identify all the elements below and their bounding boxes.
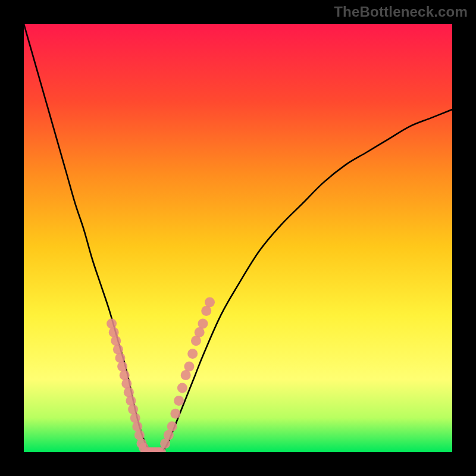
- chart-svg: [24, 24, 452, 452]
- scatter-point: [121, 378, 131, 389]
- scatter-point: [120, 370, 130, 380]
- scatter-point: [167, 421, 177, 431]
- scatter-point: [187, 349, 198, 359]
- scatter-point: [132, 421, 142, 431]
- scatter-point: [117, 362, 127, 372]
- scatter-point: [107, 319, 117, 329]
- scatter-point: [184, 362, 194, 372]
- scatter-point: [111, 336, 121, 346]
- scatter-point: [113, 345, 123, 355]
- scatter-point: [170, 409, 180, 419]
- scatter-point: [128, 405, 138, 415]
- scatter-point: [130, 413, 140, 423]
- scatter-point: [198, 319, 208, 329]
- scatter-point: [109, 327, 119, 337]
- scatter-point: [205, 298, 215, 308]
- scatter-point: [177, 383, 187, 393]
- scatter-point: [126, 396, 136, 406]
- plot-area: [24, 24, 452, 452]
- scatter-point: [124, 387, 134, 397]
- scatter-point: [134, 430, 145, 440]
- chart-root: TheBottleneck.com: [0, 0, 476, 476]
- scatter-point: [174, 396, 184, 406]
- scatter-point: [115, 353, 126, 363]
- watermark-text: TheBottleneck.com: [334, 4, 468, 20]
- gradient-background: [24, 24, 452, 452]
